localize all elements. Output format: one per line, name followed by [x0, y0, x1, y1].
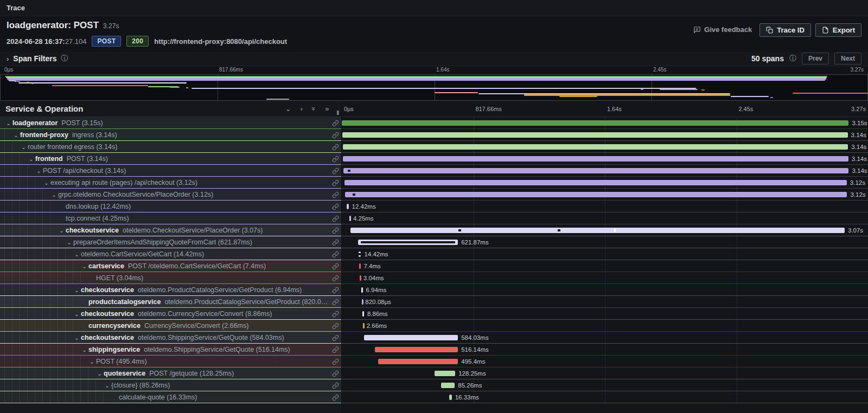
- span-bar[interactable]: [349, 216, 351, 221]
- span-timeline-cell[interactable]: 7.4ms: [342, 260, 868, 272]
- span-link-icon[interactable]: [329, 144, 341, 151]
- span-link-icon[interactable]: [329, 322, 341, 330]
- span-row[interactable]: HGET (3.04ms)3.04ms: [0, 272, 868, 284]
- span-timeline-cell[interactable]: 3.14s: [342, 165, 868, 177]
- span-link-icon[interactable]: [329, 167, 341, 175]
- collapse-chevron-icon[interactable]: ⌄: [95, 371, 104, 377]
- span-bar[interactable]: [363, 323, 365, 328]
- collapse-chevron-icon[interactable]: ⌄: [50, 192, 58, 198]
- span-bar[interactable]: [343, 168, 848, 173]
- span-row[interactable]: dns.lookup (12.42ms)12.42ms: [0, 201, 868, 212]
- span-row[interactable]: currencyserviceCurrencyService/Convert (…: [0, 320, 868, 332]
- span-name-cell[interactable]: ⌄checkoutserviceoteldemo.ProductCatalogS…: [0, 284, 342, 296]
- span-bar[interactable]: [358, 240, 458, 245]
- span-name-cell[interactable]: ⌄checkoutserviceoteldemo.ShippingService…: [0, 332, 342, 344]
- span-bar[interactable]: [362, 311, 364, 317]
- span-timeline-cell[interactable]: 128.25ms: [342, 367, 868, 379]
- span-name-cell[interactable]: ⌄POST (495.4ms): [0, 356, 342, 367]
- span-name-cell[interactable]: ⌄{closure} (85.26ms): [0, 379, 342, 391]
- span-timeline-cell[interactable]: 85.26ms: [342, 379, 868, 391]
- span-timeline-cell[interactable]: 584.03ms: [342, 332, 868, 344]
- span-name-cell[interactable]: ⌄frontend-proxyingress (3.14s): [0, 129, 342, 141]
- span-link-icon[interactable]: [329, 227, 341, 234]
- span-timeline-cell[interactable]: 3.14s: [342, 129, 868, 141]
- span-link-icon[interactable]: [329, 370, 341, 377]
- span-link-icon[interactable]: [329, 263, 341, 270]
- span-row[interactable]: ⌄frontend-proxyingress (3.14s)3.14s: [0, 129, 868, 141]
- span-link-icon[interactable]: [329, 120, 341, 127]
- span-link-icon[interactable]: [329, 358, 341, 365]
- span-row[interactable]: ⌄prepareOrderItemsAndShippingQuoteFromCa…: [0, 236, 868, 248]
- span-timeline-cell[interactable]: 3.14s: [342, 153, 868, 165]
- span-name-cell[interactable]: ⌄quoteservicePOST /getquote (128.25ms): [0, 367, 342, 379]
- span-link-icon[interactable]: [329, 299, 341, 306]
- span-bar[interactable]: [364, 335, 458, 340]
- span-name-cell[interactable]: ⌄router frontend egress (3.14s): [0, 141, 342, 153]
- span-row[interactable]: productcatalogserviceoteldemo.ProductCat…: [0, 296, 868, 308]
- span-bar[interactable]: [342, 120, 848, 126]
- collapse-all-icon[interactable]: »: [310, 107, 318, 111]
- span-name-cell[interactable]: ⌄cartservicePOST /oteldemo.CartService/G…: [0, 260, 342, 272]
- expand-all-icon[interactable]: »: [325, 105, 329, 113]
- span-timeline-cell[interactable]: 516.14ms: [342, 344, 868, 356]
- span-row[interactable]: ⌄loadgeneratorPOST (3.15s)3.15s: [0, 117, 868, 129]
- span-timeline-cell[interactable]: 3.15s: [342, 117, 868, 129]
- span-name-cell[interactable]: tcp.connect (4.25ms): [0, 212, 342, 224]
- span-timeline-cell[interactable]: 3.12s: [342, 177, 868, 189]
- span-bar[interactable]: [359, 263, 361, 269]
- expand-one-icon[interactable]: ›: [301, 105, 303, 113]
- span-bar[interactable]: [350, 228, 845, 233]
- collapse-chevron-icon[interactable]: ⌄: [73, 311, 81, 317]
- span-bar[interactable]: [362, 299, 363, 305]
- span-timeline-cell[interactable]: 8.86ms: [342, 308, 868, 320]
- span-link-icon[interactable]: [329, 275, 341, 282]
- span-row[interactable]: tcp.connect (4.25ms)4.25ms: [0, 212, 868, 224]
- span-row[interactable]: ⌄executing api route (pages) /api/checko…: [0, 177, 868, 189]
- next-button[interactable]: Next: [834, 53, 861, 64]
- span-link-icon[interactable]: [329, 382, 341, 389]
- collapse-chevron-icon[interactable]: ⌄: [4, 120, 12, 126]
- span-timeline-cell[interactable]: 3.12s: [342, 189, 868, 201]
- span-timeline-cell[interactable]: 3.04ms: [342, 272, 868, 284]
- span-timeline-cell[interactable]: 3.07s: [342, 224, 868, 236]
- span-link-icon[interactable]: [329, 311, 341, 318]
- span-row[interactable]: ⌄cartservicePOST /oteldemo.CartService/G…: [0, 260, 868, 272]
- span-timeline-cell[interactable]: 16.33ms: [342, 391, 868, 403]
- span-timeline-cell[interactable]: 4.25ms: [342, 212, 868, 224]
- span-name-cell[interactable]: HGET (3.04ms): [0, 272, 342, 284]
- span-row[interactable]: ⌄{closure} (85.26ms)85.26ms: [0, 379, 868, 391]
- span-bar[interactable]: [375, 347, 458, 352]
- span-timeline-cell[interactable]: 820.08μs: [342, 296, 868, 308]
- collapse-chevron-icon[interactable]: ⌄: [27, 156, 35, 162]
- span-name-cell[interactable]: ⌄executing api route (pages) /api/checko…: [0, 177, 342, 189]
- export-button[interactable]: Export: [815, 23, 861, 37]
- span-name-cell[interactable]: ⌄checkoutserviceoteldemo.CheckoutService…: [0, 224, 342, 236]
- span-timeline-cell[interactable]: 621.87ms: [342, 236, 868, 248]
- span-name-cell[interactable]: currencyserviceCurrencyService/Convert (…: [0, 320, 342, 332]
- span-name-cell[interactable]: ⌄shippingserviceoteldemo.ShippingService…: [0, 344, 342, 356]
- prev-button[interactable]: Prev: [802, 53, 829, 64]
- collapse-one-icon[interactable]: ⌄: [285, 105, 291, 113]
- span-bar[interactable]: [361, 287, 363, 293]
- collapse-chevron-icon[interactable]: ⌄: [80, 263, 88, 269]
- span-link-icon[interactable]: [329, 156, 341, 163]
- span-timeline-cell[interactable]: 495.4ms: [342, 356, 868, 367]
- span-name-cell[interactable]: ⌄checkoutserviceoteldemo.CurrencyService…: [0, 308, 342, 320]
- span-bar[interactable]: [360, 275, 361, 281]
- span-row[interactable]: ⌄POST /api/checkout (3.14s)3.14s: [0, 165, 868, 177]
- span-row[interactable]: ⌄shippingserviceoteldemo.ShippingService…: [0, 344, 868, 356]
- span-bar[interactable]: [347, 204, 349, 209]
- span-row[interactable]: ⌄checkoutserviceoteldemo.CurrencyService…: [0, 308, 868, 320]
- span-link-icon[interactable]: [329, 179, 341, 186]
- trace-id-button[interactable]: Trace ID: [760, 23, 811, 37]
- give-feedback-button[interactable]: Give feedback: [690, 23, 755, 36]
- span-name-cell[interactable]: ⌄prepareOrderItemsAndShippingQuoteFromCa…: [0, 236, 342, 248]
- span-bar[interactable]: [343, 144, 848, 150]
- span-name-cell[interactable]: ⌄loadgeneratorPOST (3.15s): [0, 117, 342, 129]
- span-timeline-cell[interactable]: 6.94ms: [342, 284, 868, 296]
- span-row[interactable]: ⌄frontendPOST (3.14s)3.14s: [0, 153, 868, 165]
- span-row[interactable]: ⌄router frontend egress (3.14s)3.14s: [0, 141, 868, 153]
- span-link-icon[interactable]: [329, 239, 341, 246]
- span-row[interactable]: calculate-quote (16.33ms)16.33ms: [0, 391, 868, 403]
- collapse-chevron-icon[interactable]: ⌄: [73, 287, 81, 293]
